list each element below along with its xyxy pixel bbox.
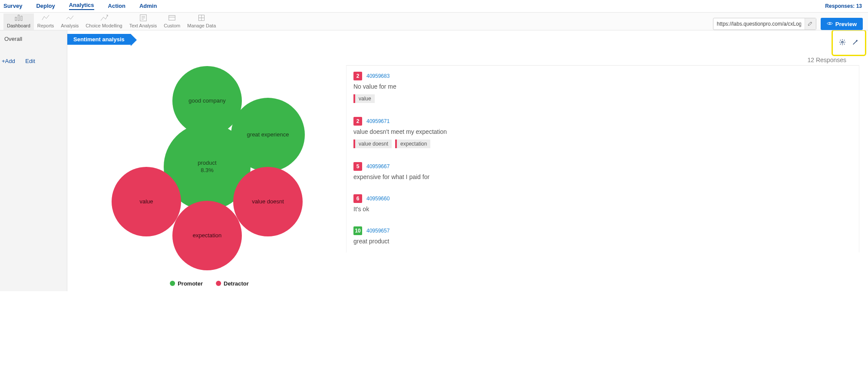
sentiment-tag[interactable]: value (353, 94, 375, 103)
tool-label: Reports (37, 23, 54, 28)
legend-detractor: Detractor (216, 280, 249, 287)
response-text: expensive for what I paid for (353, 171, 852, 180)
responses-total: Responses: 13 (825, 3, 865, 9)
responses-panel[interactable]: 240959683No value for mevalue240959671va… (346, 65, 859, 252)
spreadsheet-icon (197, 14, 206, 22)
svg-rect-0 (15, 17, 17, 20)
tool-manage-data[interactable]: Manage Data (184, 13, 219, 30)
svg-point-13 (842, 41, 843, 43)
svg-point-12 (829, 23, 830, 24)
nav-action[interactable]: Action (108, 3, 125, 9)
response-id-link[interactable]: 40959657 (366, 228, 389, 234)
magic-wand-icon[interactable] (852, 39, 859, 47)
bar-chart-icon (14, 14, 23, 22)
response-text: No value for me (353, 80, 852, 90)
nps-score-chip: 10 (353, 226, 362, 235)
tool-label: Manage Data (187, 23, 216, 28)
sentiment-tag[interactable]: expectation (395, 140, 430, 148)
response-text: great product (353, 235, 852, 245)
pencil-icon (808, 21, 813, 27)
gear-icon[interactable] (839, 39, 846, 47)
nps-score-chip: 2 (353, 117, 362, 126)
tool-custom[interactable]: Custom (160, 13, 184, 30)
tool-choice-modelling[interactable]: Choice Modelling (82, 13, 125, 30)
nav-admin[interactable]: Admin (139, 3, 157, 9)
nav-analytics[interactable]: Analytics (69, 2, 94, 10)
line-chart-icon (41, 14, 50, 22)
widget-title: Sentiment analysis (67, 34, 131, 45)
sidebar-section-overall[interactable]: Overall (0, 33, 67, 45)
tool-label: Choice Modelling (86, 23, 122, 28)
up-chart-icon (100, 14, 109, 22)
bubble-value[interactable]: value (112, 167, 181, 236)
svg-rect-2 (21, 16, 22, 20)
share-url-field (713, 18, 816, 30)
sentiment-bubble-chart: Promoter Detractor good companygreat exp… (73, 65, 346, 291)
widget-actions-highlight (832, 30, 866, 56)
tool-label: Custom (164, 23, 180, 28)
text-analysis-icon (139, 14, 148, 22)
dashboard-main: Sentiment analysis 12 Responses Promoter… (67, 30, 868, 291)
response-id-link[interactable]: 40959683 (366, 73, 389, 79)
bubble-expectation[interactable]: expectation (172, 201, 242, 270)
nps-score-chip: 6 (353, 194, 362, 203)
svg-rect-1 (18, 15, 19, 21)
tool-label: Dashboard (7, 23, 30, 28)
card-icon (168, 14, 176, 22)
tool-label: Text Analysis (129, 23, 157, 28)
tool-label: Analysis (61, 23, 79, 28)
response-id-link[interactable]: 40959671 (366, 118, 389, 124)
tool-text-analysis[interactable]: Text Analysis (126, 13, 161, 30)
chart-legend: Promoter Detractor (170, 280, 249, 287)
preview-button[interactable]: Preview (821, 18, 863, 30)
nps-score-chip: 5 (353, 162, 362, 171)
response-text: value doesn't meet my expectation (353, 126, 852, 135)
response-item: 240959683No value for mevalue (347, 66, 859, 111)
bubble-value-doesnt[interactable]: value doesnt (233, 167, 303, 236)
analytics-toolbar: Dashboard Reports Analysis Choice Modell… (0, 12, 868, 30)
eye-icon (827, 20, 833, 28)
preview-label: Preview (835, 21, 857, 27)
response-item: 640959660It's ok (347, 188, 859, 220)
tool-reports[interactable]: Reports (34, 13, 58, 30)
svg-rect-7 (169, 15, 175, 20)
share-url-input[interactable] (713, 21, 805, 27)
tool-analysis[interactable]: Analysis (57, 13, 82, 30)
response-text: It's ok (353, 203, 852, 213)
response-item: 240959671value doesn't meet my expectati… (347, 111, 859, 156)
edit-url-button[interactable] (805, 18, 816, 30)
line-chart-icon (66, 14, 74, 22)
widget-responses-count: 12 Responses (67, 45, 868, 65)
response-id-link[interactable]: 40959667 (366, 163, 389, 169)
response-id-link[interactable]: 40959660 (366, 196, 389, 202)
response-item: 540959667expensive for what I paid for (347, 156, 859, 188)
sidebar-edit-button[interactable]: Edit (25, 58, 35, 64)
nav-survey[interactable]: Survey (3, 3, 22, 9)
left-sidebar: Overall +Add Edit (0, 30, 67, 291)
sidebar-add-button[interactable]: +Add (2, 58, 15, 64)
response-item: 1040959657great product (347, 220, 859, 252)
legend-promoter: Promoter (170, 280, 203, 287)
sentiment-tag[interactable]: value doesnt (353, 140, 392, 148)
top-nav: Survey Deploy Analytics Action Admin Res… (0, 0, 868, 12)
nav-deploy[interactable]: Deploy (36, 3, 55, 9)
nps-score-chip: 2 (353, 72, 362, 80)
tool-dashboard[interactable]: Dashboard (3, 13, 34, 30)
